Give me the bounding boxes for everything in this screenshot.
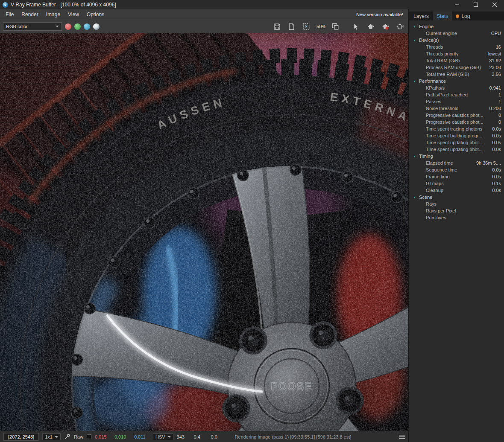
stats-row-sequence-time: Sequence time0.0s bbox=[409, 166, 504, 173]
blue-channel-button[interactable] bbox=[84, 23, 90, 30]
collapse-triangle-icon[interactable]: ▼ bbox=[413, 39, 416, 42]
panel-tabs: LayersStatsLog bbox=[409, 12, 504, 20]
stat-value: 0.0s bbox=[492, 174, 501, 179]
menu-item-image[interactable]: Image bbox=[42, 9, 64, 20]
vray-logo-icon: V bbox=[3, 2, 8, 8]
alpha-channel-button[interactable] bbox=[93, 23, 100, 30]
stats-group-engine[interactable]: ▼Engine bbox=[409, 23, 504, 30]
new-version-notice[interactable]: New version available! bbox=[356, 12, 403, 17]
zoom-level-icon: 50% bbox=[316, 23, 325, 30]
stats-row-frame-time: Frame time0.0s bbox=[409, 173, 504, 180]
render-status-text: Rendering image (pass 1) [09:33:55.1] [5… bbox=[235, 434, 396, 439]
stat-value: 9h 36m 5.... bbox=[476, 160, 501, 166]
green-channel-button[interactable] bbox=[74, 23, 81, 30]
stat-label: Sequence time bbox=[426, 167, 492, 172]
stats-row-rays-per-pixel: Rays per Pixel bbox=[409, 207, 504, 214]
collapse-triangle-icon[interactable]: ▼ bbox=[413, 155, 416, 158]
render-image[interactable]: OSONERO bbox=[0, 33, 408, 431]
stats-row-progressive-caustics-phot: Progressive caustics phot...0 bbox=[409, 112, 504, 119]
stat-label: Noise threshold bbox=[426, 106, 489, 111]
group-label: Performance bbox=[419, 79, 446, 84]
channel-select-dropdown[interactable]: RGB color bbox=[3, 22, 62, 31]
stat-value: 0.0s bbox=[492, 188, 501, 193]
close-button[interactable] bbox=[485, 0, 504, 9]
color-mode-dropdown[interactable]: HSV bbox=[153, 433, 173, 440]
stat-label: Process RAM usage (GiB) bbox=[426, 65, 489, 70]
minimize-button[interactable] bbox=[448, 0, 466, 9]
stat-label: Paths/Pixel reached bbox=[426, 92, 498, 97]
stats-group-performance[interactable]: ▼Performance bbox=[409, 78, 504, 84]
load-image-button[interactable] bbox=[286, 21, 297, 32]
vray-frame-buffer-window: V V-Ray Frame Buffer - [100.0% of 4096 x… bbox=[0, 0, 504, 442]
collapse-triangle-icon[interactable]: ▼ bbox=[413, 80, 416, 83]
stats-group-device-s[interactable]: ▼Device(s) bbox=[409, 37, 504, 44]
menu-item-render[interactable]: Render bbox=[18, 9, 42, 20]
stats-row-time-spent-tracing-photons: Time spent tracing photons0.0s bbox=[409, 125, 504, 132]
minimize-icon bbox=[455, 3, 459, 7]
collapse-triangle-icon[interactable]: ▼ bbox=[413, 196, 416, 199]
compare-images-button[interactable] bbox=[329, 21, 341, 32]
pixel-value-green: 0.010 bbox=[114, 434, 130, 439]
log-status-dot-icon bbox=[456, 15, 459, 18]
tab-stats[interactable]: Stats bbox=[433, 12, 452, 20]
pixel-ratio-dropdown[interactable]: 1x1 bbox=[42, 433, 61, 440]
stat-label: Total RAM (GiB) bbox=[426, 58, 489, 63]
stats-row-paths-pixel-reached: Paths/Pixel reached1 bbox=[409, 91, 504, 98]
abort-render-button[interactable] bbox=[394, 21, 405, 32]
stats-row-threads: Threads16 bbox=[409, 44, 504, 50]
stat-value: 0.0s bbox=[492, 147, 501, 152]
track-mouse-button[interactable] bbox=[350, 21, 362, 32]
zoom-50-button[interactable]: 50% bbox=[315, 21, 326, 32]
save-image-button[interactable] bbox=[271, 21, 283, 32]
stats-row-threads-priority: Threads prioritylowest bbox=[409, 50, 504, 57]
compare-icon bbox=[331, 23, 339, 30]
region-render-button[interactable] bbox=[300, 21, 312, 32]
stat-value: 31.92 bbox=[489, 58, 501, 63]
stat-value: 0.0s bbox=[492, 133, 501, 138]
tab-layers[interactable]: Layers bbox=[410, 12, 433, 20]
stat-label: Time spent updating phot... bbox=[426, 140, 492, 145]
stats-row-rays: Rays bbox=[409, 201, 504, 207]
stat-value: 0.1s bbox=[492, 181, 501, 186]
collapse-triangle-icon[interactable]: ▼ bbox=[413, 25, 416, 28]
window-title: V-Ray Frame Buffer - [100.0% of 4096 x 4… bbox=[11, 2, 448, 8]
stats-row-progressive-caustics-phot: Progressive caustics phot...0 bbox=[409, 119, 504, 125]
group-label: Timing bbox=[419, 154, 433, 159]
stat-label: Current engine bbox=[426, 31, 491, 36]
statusbar: [2072, 2548] 1x1 Raw 0.0150.0100.011 HSV… bbox=[0, 431, 408, 442]
tab-log[interactable]: Log bbox=[452, 12, 474, 20]
teapot-stop-icon bbox=[381, 23, 389, 30]
menubar: FileRenderImageViewOptions New version a… bbox=[0, 9, 408, 20]
menu-item-file[interactable]: File bbox=[2, 9, 18, 20]
stop-render-button[interactable] bbox=[379, 21, 391, 32]
stat-value: 16 bbox=[496, 44, 501, 49]
stat-value: 1 bbox=[498, 92, 501, 97]
stat-label: Frame time bbox=[426, 174, 492, 179]
maximize-button[interactable] bbox=[466, 0, 485, 9]
hsv-values: 3430.40.0 bbox=[177, 434, 222, 439]
render-view: OSONERO bbox=[0, 33, 408, 431]
render-last-button[interactable] bbox=[365, 21, 376, 32]
stats-group-timing[interactable]: ▼Timing bbox=[409, 153, 504, 160]
red-channel-button[interactable] bbox=[65, 23, 71, 30]
stat-label: Rays bbox=[426, 201, 501, 206]
sampled-color-swatch[interactable] bbox=[87, 434, 91, 439]
stat-label: Time spent building progr... bbox=[426, 133, 492, 138]
titlebar: V V-Ray Frame Buffer - [100.0% of 4096 x… bbox=[0, 0, 504, 9]
stats-group-scene[interactable]: ▼Scene bbox=[409, 194, 504, 201]
stats-tree: ▼EngineCurrent engineCPU▼Device(s)Thread… bbox=[409, 20, 504, 442]
statusbar-menu-icon[interactable] bbox=[399, 434, 405, 439]
color-sampler-icon[interactable] bbox=[64, 433, 70, 440]
cursor-icon bbox=[352, 23, 360, 30]
stat-value: 1 bbox=[498, 99, 501, 104]
stat-label: KPaths/s bbox=[426, 85, 489, 90]
stat-label: Primitives bbox=[426, 215, 501, 220]
window-controls bbox=[448, 0, 504, 9]
menu-item-view[interactable]: View bbox=[64, 9, 83, 20]
teapot-icon bbox=[367, 23, 375, 30]
stat-label: Passes bbox=[426, 99, 498, 104]
region-select-icon bbox=[302, 23, 310, 30]
pixel-coordinates: [2072, 2548] bbox=[3, 433, 39, 441]
close-icon bbox=[492, 3, 497, 7]
menu-item-options[interactable]: Options bbox=[83, 9, 108, 20]
